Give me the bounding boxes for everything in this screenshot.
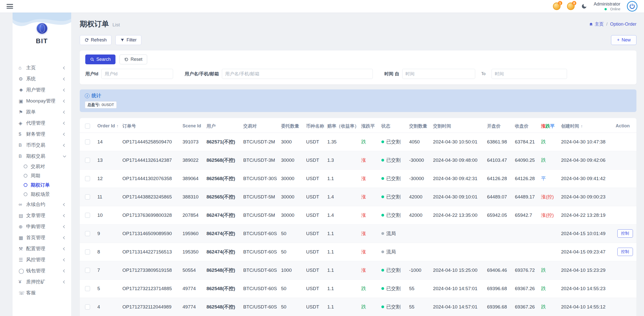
cell-settle-amount: 4050 <box>407 133 431 151</box>
row-checkbox[interactable] <box>85 139 90 144</box>
sidebar-subitem-option-scene[interactable]: 期权场景 <box>13 190 71 199</box>
row-checkbox[interactable] <box>85 304 90 309</box>
cell-settle-time <box>431 243 485 261</box>
cell-status: 流局 <box>379 224 407 243</box>
sort-arrow-icon[interactable]: ↑ <box>581 124 583 128</box>
sidebar-item-agents[interactable]: ◈ 代理管理 <box>13 118 71 129</box>
cell-rate: 1.3 <box>325 151 359 169</box>
cell-order-no: OP1713146509089590 <box>120 224 181 243</box>
cell-close-price: 64090.25 <box>513 151 539 169</box>
total-profit-value: 0USDT <box>102 102 114 107</box>
cell-open-price <box>485 224 513 243</box>
sidebar-item-options-trade[interactable]: B 期权交易 <box>13 151 71 162</box>
filter-button[interactable]: Filter <box>115 35 141 45</box>
breadcrumb-home-link[interactable]: 主页 <box>589 21 604 27</box>
cell-direction: 涨 <box>359 224 379 243</box>
status-label: 已交割 <box>386 157 401 163</box>
reward-coin-icon[interactable]: 0 <box>567 3 575 10</box>
sidebar-item-moonpay[interactable]: ▣ Moonpay管理 <box>13 95 71 107</box>
finance-icon: $ <box>19 131 26 137</box>
status-dot <box>381 305 384 308</box>
sidebar-item-staking[interactable]: ¥ 质押挖矿 <box>13 276 71 287</box>
user-id-input[interactable] <box>101 69 173 79</box>
chevron-icon <box>63 144 66 147</box>
sidebar-item-subscription[interactable]: ⊕ 申购管理 <box>13 221 71 232</box>
select-all-checkbox[interactable] <box>85 124 90 129</box>
cell-direction: 涨 <box>359 261 379 279</box>
table-row: 14OP1714445258509470391073862571(不控)BTC/… <box>80 133 636 151</box>
sidebar-item-home[interactable]: ⌂ 主页 <box>13 62 71 73</box>
cell-settle-amount: 42000 <box>407 188 431 206</box>
sidebar-item-users[interactable]: ☻ 用户管理 <box>13 84 71 95</box>
sidebar-item-follow[interactable]: ⚑ 跟单 <box>13 107 71 118</box>
sidebar-item-support[interactable]: ☏ 客服 <box>13 287 71 298</box>
reset-button[interactable]: Reset <box>119 55 147 64</box>
new-button[interactable]: + New <box>611 35 636 45</box>
cell-created: 2024-04-15 09:23:47 <box>559 243 614 261</box>
refresh-button[interactable]: Refresh <box>80 35 111 45</box>
cell-scene-id: 195960 <box>181 224 205 243</box>
dark-mode-moon-icon[interactable] <box>581 3 587 9</box>
table-row: 12OP1714441302076358389064862568(不控)BTC/… <box>80 169 636 188</box>
chevron-icon <box>63 99 66 103</box>
cell-result: 跌 <box>539 279 559 298</box>
control-button[interactable]: 控制 <box>617 229 633 238</box>
row-checkbox[interactable] <box>85 213 90 218</box>
online-status-label: Online <box>610 7 620 12</box>
cell-select <box>80 224 95 243</box>
sidebar-item-risk[interactable]: ☰ 风控管理 <box>13 254 71 265</box>
sidebar-subitem-option-order[interactable]: 期权订单 <box>13 180 71 190</box>
sidebar-item-perpetual[interactable]: ∞ 永续合约 <box>13 199 71 210</box>
sidebar-item-wallet[interactable]: ◯ 钱包管理 <box>13 265 71 276</box>
sidebar-item-articles[interactable]: ▤ 文章管理 <box>13 210 71 221</box>
cell-rate: 1.4 <box>325 188 359 206</box>
cell-select <box>80 243 95 261</box>
cell-pair: BTC/USDT-2M <box>241 133 279 151</box>
column-header[interactable]: 创建时间↑ <box>559 120 614 133</box>
sidebar: BIT ⌂ 主页 ⚙ 系统 ☻ 用户管理 ▣ Moonpay管理 ⚑ 跟单 ◈ … <box>13 13 71 316</box>
cell-settle-amount: -30000 <box>407 169 431 188</box>
users-icon: ☻ <box>19 87 26 93</box>
user-avatar[interactable] <box>627 1 637 12</box>
status-label: 已交割 <box>386 176 401 181</box>
search-button[interactable]: Search <box>85 55 115 64</box>
cell-status: 已交割 <box>379 206 407 224</box>
status-label: 已交割 <box>386 213 401 218</box>
row-checkbox[interactable] <box>85 286 90 291</box>
cell-result: 涨(控) <box>539 206 559 224</box>
sidebar-item-system[interactable]: ⚙ 系统 <box>13 73 71 84</box>
row-checkbox[interactable] <box>85 231 90 236</box>
chevron-icon <box>63 236 66 239</box>
breadcrumb-current: Option-Order <box>610 22 636 27</box>
row-checkbox[interactable] <box>85 249 90 254</box>
column-header: 订单号 <box>120 120 181 133</box>
cell-user: 862474(不控) <box>205 206 241 224</box>
sidebar-subitem-period[interactable]: 周期 <box>13 171 71 180</box>
row-checkbox[interactable] <box>85 158 90 163</box>
column-header[interactable]: Order Id↑ <box>95 120 120 133</box>
total-profit-label: 总盈亏: <box>88 102 100 107</box>
hamburger-menu-icon[interactable] <box>7 4 13 9</box>
time-to-input[interactable] <box>492 69 567 79</box>
sort-arrow-icon[interactable]: ↑ <box>116 124 118 128</box>
sidebar-item-homepage[interactable]: ▦ 首页管理 <box>13 232 71 243</box>
sidebar-item-finance[interactable]: $ 财务管理 <box>13 129 71 140</box>
row-checkbox[interactable] <box>85 194 90 199</box>
cell-scene-id: 388310 <box>181 188 205 206</box>
page-title: 期权订单 <box>80 19 109 29</box>
user-name-input[interactable] <box>222 69 373 79</box>
control-button[interactable]: 控制 <box>617 248 633 256</box>
notification-coin-icon[interactable]: 1 <box>553 3 560 10</box>
radio-bullet-icon <box>24 192 27 196</box>
sidebar-item-spot-trade[interactable]: B 币币交易 <box>13 140 71 151</box>
user-info[interactable]: Administrator Online <box>594 1 620 11</box>
time-from-input[interactable] <box>402 69 475 79</box>
sidebar-subitem-pairs[interactable]: 交易对 <box>13 162 71 171</box>
row-checkbox[interactable] <box>85 268 90 273</box>
radio-bullet-icon <box>24 165 27 168</box>
cell-scene-id: 49774 <box>181 298 205 316</box>
cell-action <box>614 261 636 279</box>
column-header: 赔率（收益率） <box>325 120 359 133</box>
sidebar-item-config[interactable]: ⚒ 配置管理 <box>13 243 71 254</box>
row-checkbox[interactable] <box>85 176 90 181</box>
